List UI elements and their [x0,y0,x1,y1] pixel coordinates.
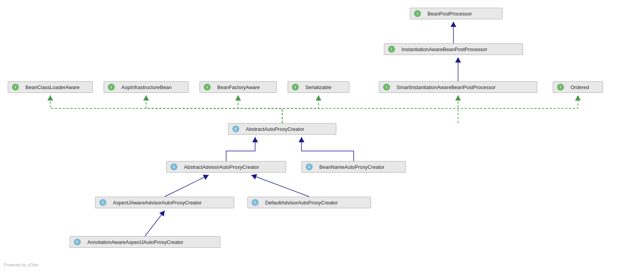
interface-icon-aib: I [108,84,115,91]
label-ord: Ordered [571,84,589,90]
node-abstract-auto-proxy-creator: C AbstractAutoProxyCreator [228,123,336,135]
node-bean-factory-aware: I BeanFactoryAware [199,81,277,93]
class-icon-bnapc: C [306,163,313,170]
class-icon-aaac: C [170,163,177,170]
class-icon-aaapc: C [74,238,81,245]
label-bcla: BeanClassLoaderAware [26,84,80,90]
arrow-aapc-to-bcla [50,95,282,123]
label-bpp: BeanPostProcessor [428,11,472,17]
node-bean-class-loader-aware: I BeanClassLoaderAware [8,81,93,93]
interface-icon-bpp: I [414,10,421,17]
label-bfa: BeanFactoryAware [217,84,260,90]
arrow-dapc-to-aaac [251,175,309,197]
label-aaapc: AnnotationAwareAspectJAutoProxyCreator [87,239,183,245]
node-abstract-advisor-auto-proxy-creator: C AbstractAdvisorAutoProxyCreator [166,161,286,173]
arrow-ajapc-to-aaac [165,175,209,197]
node-serializable: I Serializable [288,81,349,93]
label-dapc: DefaultAdvisorAutoProxyCreator [265,200,338,206]
interface-icon-bcla: I [12,84,19,91]
arrow-bnapc-to-aapc [302,137,354,161]
arrow-aapc-to-bfa [238,95,282,123]
class-icon-ajapc: C [99,199,106,206]
node-aop-infrastructure-bean: I AopInfrastructureBean [104,81,189,93]
label-ajapc: AspectJAwareAdvisorAutoProxyCreator [113,200,202,206]
node-instantiation-aware-bpp: I InstantiationAwareBeanPostProcessor [384,43,523,55]
class-icon-aapc: C [232,125,239,132]
arrows-svg [0,0,644,271]
arrow-aapc-to-ord [282,95,578,123]
node-default-advisor-auto-proxy-creator: C DefaultAdvisorAutoProxyCreator [247,197,371,208]
class-icon-dapc: C [252,199,259,206]
label-aaac: AbstractAdvisorAutoProxyCreator [184,164,259,170]
interface-icon-bfa: I [204,84,211,91]
powered-by-label: Powered by yFiles [4,262,39,267]
label-iabpp: InstantiationAwareBeanPostProcessor [402,46,487,52]
arrow-aapc-to-aib [146,95,282,123]
node-aspectj-aware-advisor-auto-proxy-creator: C AspectJAwareAdvisorAutoProxyCreator [95,197,234,208]
arrow-aaac-to-aapc [226,137,255,161]
arrow-aapc-to-ser [282,95,319,123]
diagram-container: I BeanPostProcessor I InstantiationAware… [0,0,644,271]
interface-icon-iabpp: I [388,46,395,53]
label-aib: AopInfrastructureBean [121,84,172,90]
node-bean-post-processor: I BeanPostProcessor [410,8,503,19]
interface-icon-ser: I [292,84,299,91]
label-ser: Serializable [305,84,331,90]
node-bean-name-auto-proxy-creator: C BeanNameAutoProxyCreator [302,161,406,173]
label-bnapc: BeanNameAutoProxyCreator [319,164,384,170]
interface-icon-siabpp: I [383,84,390,91]
node-annotation-aware-aspectj-auto-proxy-creator: C AnnotationAwareAspectJAutoProxyCreator [70,236,220,248]
label-aapc: AbstractAutoProxyCreator [246,126,304,132]
interface-icon-ord: I [557,84,564,91]
node-smart-instantiation-bpp: I SmartInstantiationAwareBeanPostProcess… [379,81,537,93]
arrow-aaspc-to-ajapc [145,211,165,236]
node-ordered: I Ordered [553,81,603,93]
label-siabpp: SmartInstantiationAwareBeanPostProcessor [397,84,496,90]
